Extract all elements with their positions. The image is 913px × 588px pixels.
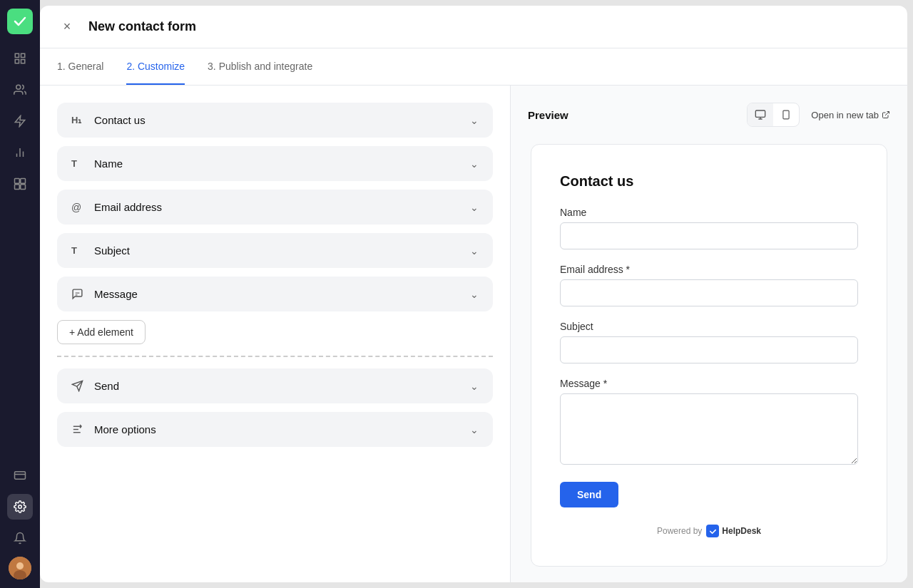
options-icon: [71, 423, 86, 435]
chevron-down-icon: ⌄: [470, 381, 479, 392]
sidebar-icon-grid[interactable]: [7, 46, 33, 71]
view-toggle: [747, 103, 800, 127]
svg-point-4: [16, 85, 21, 89]
element-message[interactable]: Message ⌄: [57, 277, 493, 311]
mobile-view-button[interactable]: [773, 103, 799, 126]
svg-rect-12: [21, 185, 26, 190]
message-icon: [71, 288, 86, 300]
helpdesk-check-icon: [706, 525, 719, 537]
svg-rect-11: [15, 185, 20, 190]
helpdesk-logo: HelpDesk: [706, 525, 761, 537]
element-send-label: Send: [94, 380, 119, 392]
open-new-tab-button[interactable]: Open in new tab: [811, 110, 890, 120]
window-title: New contact form: [88, 19, 196, 34]
svg-point-17: [16, 562, 24, 569]
element-subject-label: Subject: [94, 244, 130, 257]
send-icon: [71, 380, 86, 392]
heading-icon: H₁: [71, 115, 86, 125]
chevron-down-icon: ⌄: [470, 424, 479, 435]
element-message-label: Message: [94, 288, 138, 300]
chevron-down-icon: ⌄: [470, 202, 479, 213]
preview-title: Preview: [528, 109, 568, 121]
element-more-options[interactable]: More options ⌄: [57, 412, 493, 447]
left-panel: H₁ Contact us ⌄ T Name ⌄ @: [40, 86, 511, 582]
field-message: Message *: [560, 378, 858, 468]
field-email-input[interactable]: [560, 279, 858, 306]
close-button[interactable]: ×: [57, 17, 77, 37]
preview-header: Preview: [528, 103, 890, 127]
sidebar: [0, 0, 40, 588]
chevron-down-icon: ⌄: [470, 115, 479, 126]
sidebar-icon-bell[interactable]: [7, 525, 33, 551]
main-panel: × New contact form 1. General 2. Customi…: [40, 6, 907, 582]
preview-controls: Open in new tab: [747, 103, 890, 127]
svg-line-33: [885, 112, 889, 116]
field-name-input[interactable]: [560, 222, 858, 249]
element-send[interactable]: Send ⌄: [57, 368, 493, 403]
chevron-down-icon: ⌄: [470, 158, 479, 170]
form-preview: Contact us Name Email address * Subject: [531, 144, 887, 567]
field-message-textarea[interactable]: [560, 393, 858, 465]
element-subject[interactable]: T Subject ⌄: [57, 233, 493, 268]
content-area: H₁ Contact us ⌄ T Name ⌄ @: [40, 86, 907, 582]
helpdesk-brand-name: HelpDesk: [722, 526, 761, 536]
app-logo[interactable]: [7, 9, 33, 34]
svg-rect-1: [21, 53, 25, 57]
element-email[interactable]: @ Email address ⌄: [57, 190, 493, 225]
sidebar-icon-card[interactable]: [7, 463, 33, 488]
field-subject-label: Subject: [560, 321, 858, 332]
email-icon: @: [71, 202, 86, 213]
element-name[interactable]: T Name ⌄: [57, 146, 493, 181]
field-subject: Subject: [560, 321, 858, 363]
field-name-label: Name: [560, 207, 858, 218]
chevron-down-icon: ⌄: [470, 289, 479, 300]
svg-point-15: [19, 505, 22, 509]
chevron-down-icon: ⌄: [470, 245, 479, 257]
svg-rect-3: [21, 60, 25, 63]
svg-rect-10: [21, 179, 26, 184]
field-email-label: Email address *: [560, 264, 858, 275]
sidebar-icon-users[interactable]: [7, 77, 33, 103]
tab-customize[interactable]: 2. Customize: [126, 48, 185, 85]
right-panel: Preview: [511, 86, 907, 582]
tab-publish[interactable]: 3. Publish and integrate: [208, 48, 312, 85]
tab-general[interactable]: 1. General: [57, 48, 103, 85]
tabs: 1. General 2. Customize 3. Publish and i…: [40, 48, 907, 86]
sidebar-icon-chart[interactable]: [7, 140, 33, 165]
svg-rect-2: [15, 60, 19, 63]
text-icon: T: [71, 158, 86, 169]
powered-by: Powered by HelpDesk: [560, 525, 858, 537]
sidebar-icon-lightning[interactable]: [7, 108, 33, 134]
svg-rect-13: [15, 472, 26, 480]
field-email: Email address *: [560, 264, 858, 306]
submit-button[interactable]: Send: [560, 482, 618, 507]
form-preview-title: Contact us: [560, 173, 858, 190]
svg-marker-5: [15, 116, 25, 127]
field-subject-input[interactable]: [560, 336, 858, 363]
sidebar-icon-apps[interactable]: [7, 171, 33, 197]
sidebar-icon-settings[interactable]: [7, 494, 33, 520]
svg-rect-9: [15, 179, 20, 184]
svg-rect-28: [756, 110, 765, 117]
text-icon: T: [71, 245, 86, 256]
element-heading-label: Contact us: [94, 114, 146, 126]
powered-by-text: Powered by: [657, 526, 702, 536]
desktop-view-button[interactable]: [748, 103, 773, 126]
element-name-label: Name: [94, 158, 123, 170]
element-heading[interactable]: H₁ Contact us ⌄: [57, 103, 493, 138]
element-more-options-label: More options: [94, 423, 156, 435]
svg-rect-0: [15, 53, 19, 57]
header: × New contact form: [40, 6, 907, 48]
divider: [57, 356, 493, 357]
avatar[interactable]: [9, 557, 31, 579]
add-element-button[interactable]: + Add element: [57, 320, 146, 344]
element-email-label: Email address: [94, 201, 162, 213]
field-message-label: Message *: [560, 378, 858, 389]
field-name: Name: [560, 207, 858, 249]
